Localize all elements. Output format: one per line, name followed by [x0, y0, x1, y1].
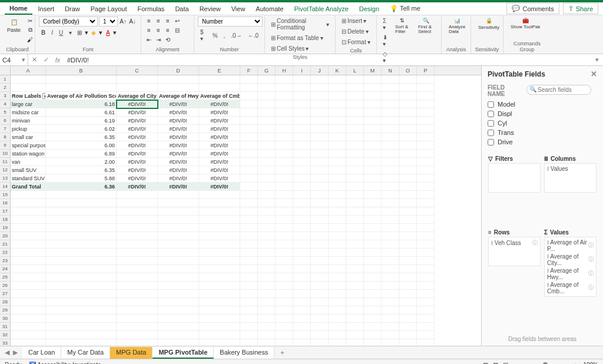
cell[interactable] — [346, 191, 364, 199]
cell[interactable] — [364, 207, 382, 216]
cell[interactable] — [293, 282, 311, 290]
cell[interactable] — [417, 232, 435, 240]
cell[interactable] — [399, 108, 417, 117]
row-header[interactable]: 12 — [0, 166, 11, 174]
cell[interactable] — [240, 273, 258, 282]
cell[interactable] — [346, 232, 364, 240]
cell[interactable] — [46, 224, 117, 232]
cell[interactable] — [399, 174, 417, 183]
pivot-area-item[interactable]: ⁞ Average of Cmb...ⓘ — [546, 281, 595, 295]
cell[interactable] — [240, 216, 258, 224]
cell[interactable] — [382, 339, 399, 346]
cell[interactable] — [46, 207, 117, 216]
font-name-select[interactable]: Corbel (Body) — [39, 16, 98, 27]
cell[interactable] — [158, 298, 199, 306]
cell[interactable] — [382, 315, 399, 323]
cell[interactable] — [382, 323, 399, 331]
cell[interactable] — [240, 339, 258, 346]
cell[interactable] — [346, 290, 364, 298]
cell[interactable] — [276, 150, 293, 158]
cell[interactable] — [46, 331, 117, 339]
cell[interactable] — [346, 216, 364, 224]
row-header[interactable]: 32 — [0, 331, 11, 339]
cell[interactable] — [364, 240, 382, 249]
cell[interactable] — [240, 108, 258, 117]
underline-button[interactable]: U — [57, 28, 65, 37]
cell[interactable] — [311, 232, 329, 240]
cell[interactable] — [199, 323, 240, 331]
cell[interactable] — [276, 125, 293, 133]
cell[interactable] — [199, 306, 240, 315]
tab-home[interactable]: Home — [5, 3, 32, 15]
cell[interactable] — [311, 117, 329, 125]
cell[interactable] — [329, 249, 346, 257]
cell[interactable] — [276, 216, 293, 224]
cell[interactable] — [329, 331, 346, 339]
cell[interactable]: #DIV/0! — [117, 108, 158, 117]
row-header[interactable]: 28 — [0, 298, 11, 306]
cancel-formula-icon[interactable]: ✕ — [28, 56, 40, 64]
col-header[interactable]: F — [240, 66, 258, 75]
cell[interactable] — [276, 108, 293, 117]
col-header[interactable]: I — [293, 66, 311, 75]
cell[interactable] — [364, 232, 382, 240]
cell[interactable] — [399, 273, 417, 282]
cell[interactable] — [382, 100, 399, 108]
sort-filter-button[interactable]: ⇅Sort & Filter — [392, 16, 413, 35]
cell[interactable] — [346, 273, 364, 282]
view-break-icon[interactable]: ▤ — [503, 362, 508, 364]
cell[interactable] — [199, 273, 240, 282]
cell[interactable] — [240, 117, 258, 125]
cell[interactable] — [276, 84, 293, 92]
pivot-area-item[interactable]: ⁞ Average of City...ⓘ — [546, 253, 595, 267]
cell[interactable] — [329, 339, 346, 346]
cell[interactable] — [258, 108, 276, 117]
cell[interactable] — [11, 240, 46, 249]
cell[interactable] — [258, 257, 276, 265]
cell[interactable] — [293, 133, 311, 141]
cell[interactable] — [311, 133, 329, 141]
row-header[interactable]: 26 — [0, 282, 11, 290]
tab-view[interactable]: View — [227, 4, 250, 14]
cell[interactable] — [346, 133, 364, 141]
cell[interactable] — [399, 290, 417, 298]
border-icon[interactable]: ⊞ — [75, 29, 84, 37]
cell[interactable] — [158, 232, 199, 240]
cell[interactable] — [11, 298, 46, 306]
columns-drop-area[interactable]: ⁞ Values — [544, 163, 597, 193]
tab-draw[interactable]: Draw — [60, 4, 85, 14]
tab-review[interactable]: Review — [195, 4, 226, 14]
cell[interactable] — [240, 191, 258, 199]
zoom-in-icon[interactable]: ＋ — [572, 361, 578, 365]
cell[interactable] — [158, 331, 199, 339]
expand-formula-icon[interactable]: ▾ — [591, 56, 603, 64]
cell[interactable] — [346, 224, 364, 232]
cell[interactable] — [417, 282, 435, 290]
cell[interactable] — [399, 117, 417, 125]
cell[interactable] — [276, 249, 293, 257]
cell[interactable] — [346, 141, 364, 150]
cell[interactable] — [364, 339, 382, 346]
cell[interactable]: 6.36 — [46, 183, 117, 191]
cell[interactable] — [46, 249, 117, 257]
cell[interactable] — [276, 273, 293, 282]
cell[interactable] — [258, 290, 276, 298]
cell[interactable] — [399, 75, 417, 84]
cell[interactable] — [293, 339, 311, 346]
cell[interactable]: 2.00 — [46, 158, 117, 166]
cell[interactable]: Average of Air Pollution Score — [46, 92, 117, 100]
row-header[interactable]: 16 — [0, 199, 11, 207]
field-search[interactable]: 🔍 — [526, 85, 591, 95]
cell[interactable] — [46, 232, 117, 240]
cell[interactable] — [293, 150, 311, 158]
cell[interactable] — [258, 191, 276, 199]
cell[interactable] — [311, 207, 329, 216]
cell[interactable] — [240, 224, 258, 232]
cell[interactable] — [399, 183, 417, 191]
cell[interactable]: 6.61 — [46, 108, 117, 117]
cell[interactable] — [258, 273, 276, 282]
cell[interactable] — [258, 117, 276, 125]
orientation-icon[interactable]: ⟲ — [164, 35, 172, 44]
cell[interactable] — [117, 249, 158, 257]
cell[interactable] — [117, 257, 158, 265]
